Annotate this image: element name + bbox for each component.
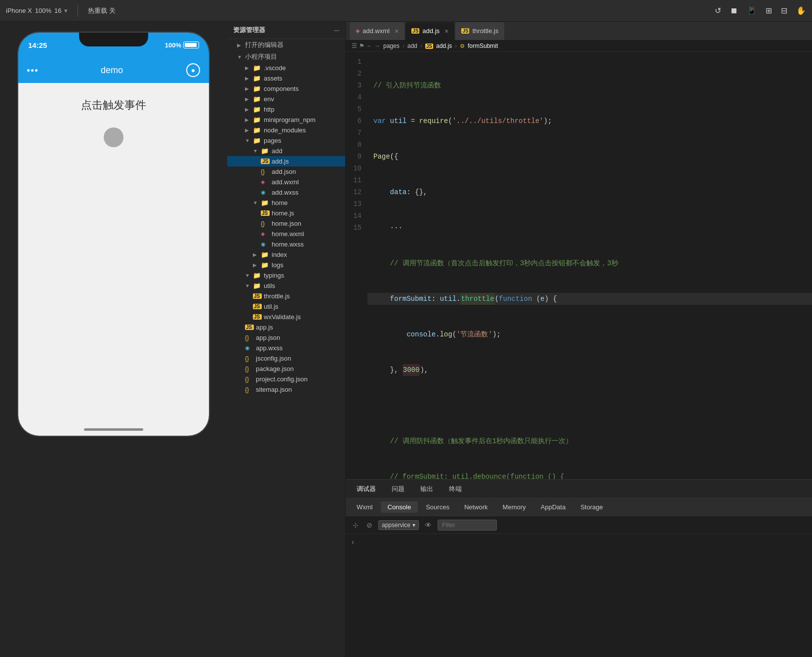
hand-icon[interactable]: ✋ <box>796 6 806 15</box>
devtools-tab-output[interactable]: 输出 <box>413 483 440 495</box>
more-icon[interactable]: ··· <box>334 27 339 34</box>
tab-add-wxml[interactable]: ◈ add.wxml × <box>350 22 405 40</box>
console-tab-console[interactable]: Console <box>381 501 418 513</box>
console-tab-sources[interactable]: Sources <box>419 501 456 513</box>
code-area[interactable]: 12345 678910 1112131415 // 引入防抖节流函数 var … <box>346 52 812 479</box>
folder-home[interactable]: ▼ 📁 home <box>227 198 345 208</box>
code-line-7: formSubmit : util . throttle ( function … <box>367 293 812 305</box>
folder-vscode[interactable]: ▶ 📁 .vscode <box>227 63 345 73</box>
open-editors-section[interactable]: ▶ 打开的编辑器 <box>227 39 345 51</box>
folder-name: logs <box>272 261 284 269</box>
console-prompt: › <box>352 538 806 546</box>
tab-close-icon[interactable]: × <box>445 27 448 35</box>
folder-node-modules[interactable]: ▶ 📁 node_modules <box>227 125 345 135</box>
devtools-tab-issues[interactable]: 问题 <box>385 483 411 495</box>
block-icon[interactable]: ⊘ <box>365 520 374 530</box>
file-add-json[interactable]: {} add.json <box>227 166 345 177</box>
stop-icon[interactable]: ⏹ <box>730 6 738 15</box>
chevron-icon: ▾ <box>412 522 415 529</box>
cursor-icon[interactable]: ⊹ <box>351 520 361 530</box>
forward-icon[interactable]: → <box>374 42 380 49</box>
file-util-js[interactable]: JS util.js <box>227 301 345 312</box>
folder-add[interactable]: ▼ 📁 add <box>227 146 345 156</box>
file-name: wxValidate.js <box>264 313 301 321</box>
hotreload-toggle[interactable]: 热重载 关 <box>88 6 116 15</box>
phone-icon[interactable]: 📱 <box>747 6 757 15</box>
file-jsconfig-json[interactable]: {} jsconfig.json <box>227 353 345 364</box>
folder-utils[interactable]: ▼ 📁 utils <box>227 281 345 291</box>
console-tab-network[interactable]: Network <box>457 501 495 513</box>
console-tab-storage[interactable]: Storage <box>573 501 610 513</box>
js-tab-icon: JS <box>411 28 419 34</box>
folder-pages[interactable]: ▼ 📁 pages <box>227 135 345 146</box>
file-wxvalidate-js[interactable]: JS wxValidate.js <box>227 312 345 322</box>
folder-logs[interactable]: ▶ 📁 logs <box>227 260 345 270</box>
devtools-tab-terminal[interactable]: 终端 <box>442 483 469 495</box>
file-name: throttle.js <box>264 292 290 300</box>
breadcrumb-pages: pages <box>383 42 400 49</box>
file-app-js[interactable]: JS app.js <box>227 322 345 332</box>
file-add-js[interactable]: JS add.js <box>227 156 345 166</box>
file-add-wxss[interactable]: ◉ add.wxss <box>227 187 345 198</box>
filter-input[interactable] <box>438 520 497 531</box>
devtools-tab-debugger[interactable]: 调试器 <box>350 483 383 495</box>
file-home-js[interactable]: JS home.js <box>227 208 345 218</box>
folder-icon: 📁 <box>253 282 262 289</box>
folder-miniprogram-npm[interactable]: ▶ 📁 miniprogram_npm <box>227 115 345 125</box>
folder-typings[interactable]: ▼ 📁 typings <box>227 270 345 281</box>
console-tab-memory[interactable]: Memory <box>496 501 533 513</box>
log-string: '节流函数' <box>456 328 492 340</box>
folder-env[interactable]: ▶ 📁 env <box>227 94 345 104</box>
file-throttle-js[interactable]: JS throttle.js <box>227 291 345 301</box>
main-content: 14:25 100% demo ● <box>0 22 812 657</box>
file-home-wxss[interactable]: ◉ home.wxss <box>227 239 345 249</box>
bookmark-icon[interactable]: ⚑ <box>359 42 365 49</box>
console-tab-wxml[interactable]: Wxml <box>350 501 380 513</box>
folder-http[interactable]: ▶ 📁 http <box>227 104 345 115</box>
list-icon[interactable]: ☰ <box>352 42 357 49</box>
chevron-down-icon[interactable]: ▾ <box>64 7 68 14</box>
folder-name: http <box>264 106 275 113</box>
split-icon[interactable]: ⊞ <box>766 6 772 15</box>
chevron-icon: ▶ <box>245 86 251 91</box>
file-home-wxml[interactable]: ◈ home.wxml <box>227 229 345 239</box>
folder-icon: 📁 <box>253 106 262 113</box>
file-name: jsconfig.json <box>256 355 291 362</box>
comment-text: // 引入防抖节流函数 <box>373 80 441 91</box>
phone-nav-circle[interactable]: ● <box>186 63 200 77</box>
breadcrumb-file: add.js <box>436 42 452 49</box>
chevron-icon: ▶ <box>245 107 251 112</box>
json-icon: {} <box>261 168 270 175</box>
folder-components[interactable]: ▶ 📁 components <box>227 83 345 94</box>
tab-throttle-js[interactable]: JS throttle.js <box>455 22 504 40</box>
folder-assets[interactable]: ▶ 📁 assets <box>227 73 345 83</box>
service-select[interactable]: appservice ▾ <box>378 520 419 530</box>
file-package-json[interactable]: {} package.json <box>227 364 345 374</box>
file-add-wxml[interactable]: ◈ add.wxml <box>227 177 345 187</box>
op: = <box>411 115 419 127</box>
folder-icon: 📁 <box>261 199 270 206</box>
prompt-icon[interactable]: › <box>352 538 354 546</box>
tab-add-js[interactable]: JS add.js × <box>406 22 454 40</box>
file-sitemap-json[interactable]: {} sitemap.json <box>227 384 345 395</box>
eye-icon[interactable]: 👁 <box>423 520 434 530</box>
battery-fill <box>185 43 197 47</box>
file-app-json[interactable]: {} app.json <box>227 332 345 343</box>
tab-close-icon[interactable]: × <box>395 27 399 35</box>
phone-nav-dots[interactable] <box>27 69 38 72</box>
refresh-icon[interactable]: ↺ <box>715 6 721 15</box>
folder-icon: 📁 <box>253 116 262 123</box>
project-section[interactable]: ▼ 小程序项目 <box>227 51 345 63</box>
file-home-json[interactable]: {} home.json <box>227 218 345 229</box>
console-tab-appdata[interactable]: AppData <box>534 501 573 513</box>
fn-require: require <box>419 115 448 127</box>
grid-icon[interactable]: ⊟ <box>781 6 787 15</box>
file-project-config-json[interactable]: {} project.config.json <box>227 374 345 384</box>
folder-index[interactable]: ▶ 📁 index <box>227 249 345 260</box>
code-content[interactable]: // 引入防抖节流函数 var util = require ( '../../… <box>367 52 812 479</box>
folder-name: pages <box>264 137 281 144</box>
file-app-wxss[interactable]: ◉ app.wxss <box>227 343 345 353</box>
chevron-icon: ▶ <box>237 42 243 48</box>
var-name: util <box>390 115 411 127</box>
back-icon[interactable]: ← <box>366 42 372 49</box>
